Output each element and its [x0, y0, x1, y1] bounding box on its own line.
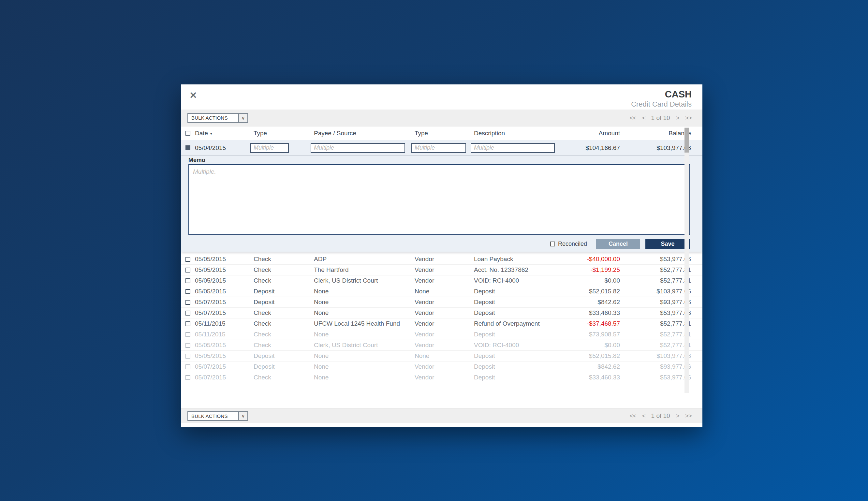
table-row[interactable]: 05/05/2015 Deposit None None Deposit $52…	[181, 351, 703, 362]
close-icon[interactable]: ✕	[189, 91, 197, 100]
scrollbar-thumb[interactable]	[685, 128, 689, 152]
row-checkbox[interactable]	[185, 321, 190, 326]
row-type2: Vendor	[415, 277, 474, 284]
row-date: 05/07/2015	[195, 309, 254, 317]
row-date: 05/05/2015	[195, 288, 254, 295]
row-checkbox[interactable]	[185, 268, 190, 273]
table-row[interactable]: 05/05/2015 Deposit None None Deposit $52…	[181, 286, 703, 297]
table-scrollbar[interactable]	[685, 127, 689, 393]
first-page-button[interactable]: <<	[629, 115, 636, 121]
row-type: Check	[254, 309, 314, 317]
row-description: Loan Payback	[474, 256, 556, 263]
row-checkbox[interactable]	[185, 332, 190, 337]
table-row[interactable]: 05/05/2015 Check Clerk, US District Cour…	[181, 340, 703, 351]
row-description: Deposit	[474, 374, 556, 381]
row-type: Check	[254, 277, 314, 284]
bulk-actions-dropdown[interactable]: BULK ACTIONS v	[187, 113, 248, 123]
column-header-date[interactable]: Date▾	[195, 130, 254, 137]
row-checkbox[interactable]	[185, 343, 190, 348]
table-row[interactable]: 05/07/2015 Deposit None Vendor Deposit $…	[181, 297, 703, 308]
bulk-actions-dropdown-bottom[interactable]: BULK ACTIONS v	[187, 411, 248, 421]
row-type2: Vendor	[415, 374, 474, 381]
last-page-button[interactable]: >>	[685, 412, 692, 419]
row-date: 05/07/2015	[195, 299, 254, 306]
edit-row: 05/04/2015 $104,166.67 $103,977.06	[181, 140, 703, 156]
next-page-button[interactable]: >	[676, 115, 679, 121]
row-payee-source: Clerk, US District Court	[314, 277, 415, 284]
cancel-button[interactable]: Cancel	[596, 239, 640, 249]
edit-row-checkbox[interactable]	[185, 145, 190, 150]
description-input[interactable]	[471, 143, 555, 153]
payee-source-input[interactable]	[311, 143, 405, 153]
save-button[interactable]: Save	[645, 239, 690, 249]
prev-page-button[interactable]: <	[642, 412, 645, 419]
row-date: 05/05/2015	[195, 266, 254, 274]
row-type: Deposit	[254, 363, 314, 370]
row-payee-source: Clerk, US District Court	[314, 342, 415, 349]
row-type2: Vendor	[415, 309, 474, 317]
row-checkbox[interactable]	[185, 364, 190, 369]
last-page-button[interactable]: >>	[685, 115, 692, 121]
transaction-rows: 05/05/2015 Check Cardmember Services Ven…	[181, 243, 703, 383]
account-title: CASH	[631, 89, 692, 100]
type2-input[interactable]	[411, 143, 466, 153]
row-description: Deposit	[474, 363, 556, 370]
edit-row-balance: $103,977.06	[620, 145, 691, 151]
row-balance: $103,977.06	[620, 352, 691, 360]
table-row[interactable]: 05/05/2015 Check The Hartford Vendor Acc…	[181, 265, 703, 275]
memo-textarea[interactable]	[189, 164, 690, 235]
column-header-type2: Type	[415, 130, 474, 137]
row-type: Check	[254, 266, 314, 274]
row-type2: Vendor	[415, 342, 474, 349]
row-type: Check	[254, 256, 314, 263]
row-checkbox[interactable]	[185, 375, 190, 380]
first-page-button[interactable]: <<	[629, 412, 636, 419]
row-amount: $0.00	[556, 342, 620, 349]
row-type2: Vendor	[415, 299, 474, 306]
type-input[interactable]	[250, 143, 289, 153]
page-indicator: 1 of 10	[651, 412, 670, 419]
prev-page-button[interactable]: <	[642, 115, 645, 121]
table-row[interactable]: 05/11/2015 Check None Vendor Deposit $73…	[181, 329, 703, 340]
row-checkbox[interactable]	[185, 311, 190, 316]
row-payee-source: None	[314, 299, 415, 306]
table-row[interactable]: 05/07/2015 Deposit None Vendor Deposit $…	[181, 362, 703, 372]
sort-desc-icon: ▾	[210, 131, 212, 136]
row-type2: Vendor	[415, 363, 474, 370]
row-description: Deposit	[474, 288, 556, 295]
table-row[interactable]: 05/05/2015 Check ADP Vendor Loan Payback…	[181, 254, 703, 265]
modal-subtitle: Credit Card Details	[631, 100, 692, 109]
row-amount: $52,015.82	[556, 352, 620, 360]
bulk-actions-label: BULK ACTIONS	[188, 114, 238, 122]
row-checkbox[interactable]	[185, 257, 190, 262]
bulk-actions-label: BULK ACTIONS	[188, 412, 238, 420]
select-all-checkbox[interactable]	[185, 131, 190, 136]
next-page-button[interactable]: >	[676, 412, 679, 419]
row-type2: Vendor	[415, 266, 474, 274]
row-payee-source: None	[314, 363, 415, 370]
row-payee-source: UFCW Local 1245 Health Fund	[314, 320, 415, 327]
table-row[interactable]: 05/05/2015 Check Clerk, US District Cour…	[181, 275, 703, 286]
row-type2: None	[415, 288, 474, 295]
column-header-balance: Balance	[620, 130, 691, 137]
row-checkbox[interactable]	[185, 278, 190, 283]
panel-actions: Reconciled Cancel Save	[550, 239, 690, 249]
row-amount: $842.62	[556, 299, 620, 306]
row-amount: $33,460.33	[556, 374, 620, 381]
title-block: CASH Credit Card Details	[631, 89, 692, 109]
dropdown-arrow-icon: v	[238, 412, 247, 420]
reconciled-checkbox[interactable]	[550, 242, 555, 246]
row-payee-source: None	[314, 352, 415, 360]
row-checkbox[interactable]	[185, 300, 190, 305]
row-balance: $52,777.81	[620, 277, 691, 284]
table-row[interactable]: 05/07/2015 Check None Vendor Deposit $33…	[181, 372, 703, 383]
edit-panel: Memo Reconciled Cancel Save	[181, 156, 703, 252]
table-row[interactable]: 05/11/2015 Check UFCW Local 1245 Health …	[181, 319, 703, 329]
row-type: Check	[254, 374, 314, 381]
row-type2: Vendor	[415, 320, 474, 327]
row-checkbox[interactable]	[185, 354, 190, 359]
row-type: Deposit	[254, 288, 314, 295]
table-row[interactable]: 05/07/2015 Check None Vendor Deposit $33…	[181, 308, 703, 319]
row-balance: $52,777.81	[620, 331, 691, 338]
row-checkbox[interactable]	[185, 289, 190, 294]
